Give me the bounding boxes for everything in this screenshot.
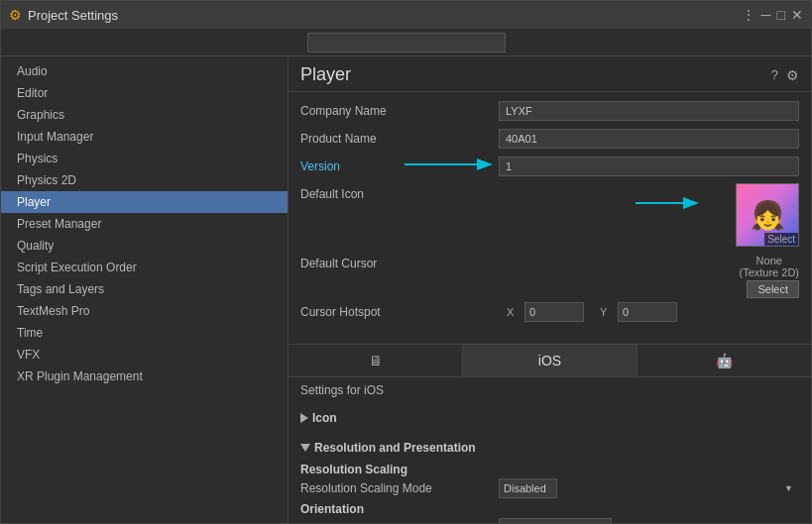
product-name-label: Product Name	[300, 132, 499, 146]
sidebar-item-physics[interactable]: Physics	[1, 148, 288, 169]
sidebar-item-xr-plugin[interactable]: XR Plugin Management	[1, 366, 288, 387]
panel-settings-icon[interactable]: ⚙	[786, 67, 799, 83]
sidebar-item-audio[interactable]: Audio	[1, 60, 288, 82]
icon-section-label: Icon	[312, 411, 337, 425]
panel-header: Player ? ⚙	[289, 56, 811, 92]
right-panel: Player ? ⚙ Company Name	[289, 56, 811, 523]
default-icon-label: Default Icon	[300, 183, 499, 201]
minimize-button[interactable]: ─	[761, 7, 771, 23]
sidebar-item-vfx[interactable]: VFX	[1, 344, 288, 366]
help-icon[interactable]: ?	[771, 67, 778, 82]
resolution-scaling-mode-row: Resolution Scaling Mode Disabled Fixed D…	[300, 478, 799, 498]
sidebar-item-graphics[interactable]: Graphics	[1, 104, 288, 126]
sidebar-item-textmesh-pro[interactable]: TextMesh Pro	[1, 300, 288, 322]
default-cursor-row: Default Cursor None (Texture 2D) Select	[300, 255, 799, 298]
cursor-hotspot-row: Cursor Hotspot X Y	[300, 302, 799, 322]
y-label: Y	[600, 306, 614, 318]
right-panel-scroll: Company Name Product Name	[289, 92, 811, 523]
icon-container: 👧 Select	[736, 183, 799, 247]
search-bar	[1, 29, 811, 56]
tab-desktop[interactable]: 🖥	[289, 345, 463, 376]
icon-preview[interactable]: 👧 Select	[736, 183, 799, 247]
default-cursor-content: None (Texture 2D) Select	[499, 255, 799, 298]
company-name-label: Company Name	[300, 104, 499, 118]
default-orientation-select[interactable]: Landscape Left Landscape Right Portrait …	[499, 518, 612, 523]
company-name-input[interactable]	[499, 101, 799, 121]
icon-image: 👧	[751, 199, 785, 232]
version-input[interactable]	[499, 157, 799, 176]
orientation-label: Orientation	[300, 502, 799, 516]
default-cursor-label: Default Cursor	[300, 255, 499, 270]
title-bar-left: ⚙ Project Settings	[9, 7, 118, 23]
maximize-button[interactable]: □	[777, 7, 785, 23]
desktop-icon: 🖥	[369, 353, 383, 368]
panel-header-icons: ? ⚙	[771, 67, 799, 83]
tab-ios[interactable]: iOS	[463, 345, 638, 376]
resolution-section-header[interactable]: Resolution and Presentation	[300, 437, 799, 459]
sidebar-item-preset-manager[interactable]: Preset Manager	[1, 213, 288, 235]
cursor-none-block: None (Texture 2D)	[739, 255, 799, 278]
product-name-row: Product Name	[300, 128, 799, 150]
ios-label: iOS	[538, 353, 561, 368]
cursor-texture-label: (Texture 2D)	[739, 266, 799, 278]
sidebar-item-time[interactable]: Time	[1, 322, 288, 344]
default-icon-row: Default Icon	[300, 183, 799, 247]
cursor-none-label: None	[739, 255, 799, 266]
window-title: Project Settings	[28, 8, 118, 23]
panel-title: Player	[300, 64, 351, 85]
resolution-section-label: Resolution and Presentation	[314, 441, 476, 455]
x-label: X	[507, 306, 521, 318]
search-input[interactable]	[307, 33, 506, 52]
main-content: Audio Editor Graphics Input Manager Phys…	[1, 56, 811, 523]
default-icon-content: 👧 Select	[499, 183, 799, 247]
company-name-row: Company Name	[300, 100, 799, 122]
resolution-expand-triangle	[300, 444, 310, 452]
android-icon: 🤖	[716, 353, 733, 368]
tab-android[interactable]: 🤖	[638, 345, 811, 376]
company-name-value-wrap	[499, 101, 799, 121]
icon-section: Icon	[289, 403, 811, 433]
icon-section-header[interactable]: Icon	[300, 407, 799, 429]
resolution-scaling-mode-dropdown-wrapper: Disabled Fixed DPI	[499, 478, 799, 498]
version-row: Version	[300, 156, 799, 177]
default-orientation-dropdown-wrapper: Landscape Left Landscape Right Portrait …	[499, 518, 799, 523]
sidebar-item-input-manager[interactable]: Input Manager	[1, 126, 288, 148]
fields-area: Company Name Product Name	[289, 92, 811, 338]
hotspot-y-input[interactable]	[618, 302, 677, 322]
settings-icon: ⚙	[9, 7, 22, 23]
title-bar-controls: ⋮ ─ □ ✕	[742, 7, 803, 23]
cursor-hotspot-label: Cursor Hotspot	[300, 305, 499, 319]
resolution-scaling-mode-label: Resolution Scaling Mode	[300, 481, 499, 495]
version-arrow	[400, 154, 519, 175]
cursor-select-button[interactable]: Select	[747, 280, 799, 298]
default-orientation-label: Default Orientation*	[300, 521, 499, 523]
platform-tabs: 🖥 iOS 🤖	[289, 344, 811, 377]
sidebar-item-tags-and-layers[interactable]: Tags and Layers	[1, 278, 288, 300]
project-settings-window: ⚙ Project Settings ⋮ ─ □ ✕ Audio Editor …	[0, 0, 812, 524]
product-name-input[interactable]	[499, 129, 799, 149]
sidebar-item-player[interactable]: Player	[1, 191, 288, 213]
settings-for-label: Settings for iOS	[289, 377, 811, 403]
resolution-scaling-label: Resolution Scaling	[300, 463, 799, 476]
icon-select-overlay: Select	[764, 233, 798, 246]
default-orientation-row: Default Orientation* Landscape Left Land…	[300, 518, 799, 523]
sidebar: Audio Editor Graphics Input Manager Phys…	[1, 56, 289, 523]
hotspot-xy: X Y	[507, 302, 799, 322]
sidebar-item-quality[interactable]: Quality	[1, 235, 288, 257]
product-name-value-wrap	[499, 129, 799, 149]
hotspot-x-input[interactable]	[524, 302, 584, 322]
sidebar-item-physics2d[interactable]: Physics 2D	[1, 169, 288, 191]
version-value-wrap	[499, 157, 799, 176]
title-bar: ⚙ Project Settings ⋮ ─ □ ✕	[1, 1, 811, 29]
icon-collapse-triangle	[300, 413, 308, 423]
more-icon[interactable]: ⋮	[742, 7, 755, 23]
sidebar-item-script-execution-order[interactable]: Script Execution Order	[1, 257, 288, 278]
close-button[interactable]: ✕	[791, 7, 803, 23]
resolution-section: Resolution and Presentation Resolution S…	[289, 433, 811, 523]
sidebar-item-editor[interactable]: Editor	[1, 82, 288, 104]
icon-arrow	[631, 193, 710, 213]
resolution-scaling-mode-select[interactable]: Disabled Fixed DPI	[499, 478, 557, 498]
